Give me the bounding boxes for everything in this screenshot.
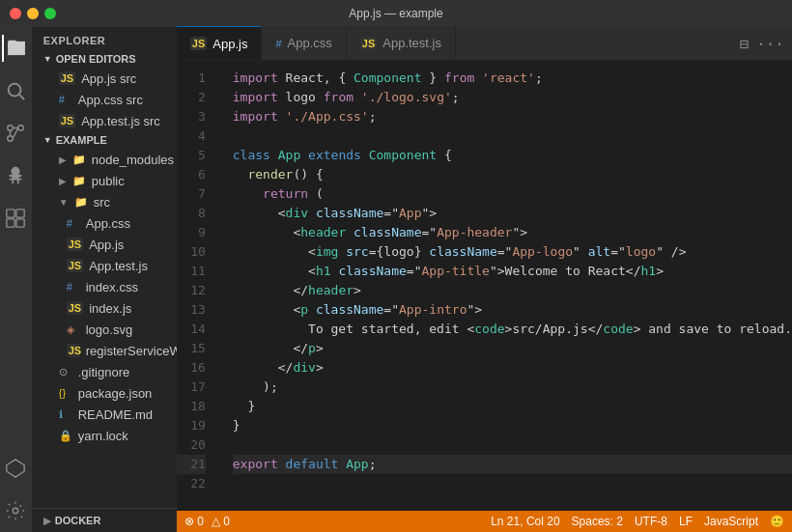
maximize-button[interactable] — [44, 8, 56, 19]
line-numbers: 12345 678910 1112131415 1617181920 2122 — [177, 61, 225, 511]
line-ending[interactable]: LF — [679, 515, 693, 528]
logo-svg-file[interactable]: ◈ logo.svg — [32, 319, 177, 340]
tab-app-css[interactable]: # App.css — [262, 26, 346, 60]
package-json-file[interactable]: {} package.json — [32, 382, 177, 404]
cursor-position[interactable]: Ln 21, Col 20 — [491, 515, 559, 528]
gitignore-file[interactable]: ⊙ .gitignore — [32, 361, 177, 382]
app-css-file[interactable]: # App.css — [32, 212, 177, 234]
index-js-label: index.js — [89, 301, 131, 316]
yarn-lock-file[interactable]: 🔒 yarn.lock — [32, 425, 177, 446]
docker-section: ▶ DOCKER — [32, 508, 177, 532]
tab-app-css-label: App.css — [288, 36, 332, 50]
svg-rect-10 — [16, 219, 24, 227]
split-editor-button[interactable]: ⊟ — [739, 35, 749, 53]
sidebar-item-explorer[interactable] — [2, 35, 29, 62]
traffic-lights — [10, 8, 56, 19]
source-control-icon — [5, 123, 26, 144]
app-test-label: App.test.js — [89, 259, 148, 273]
settings-button[interactable] — [2, 497, 29, 524]
public-folder[interactable]: ▶ 📁 public — [32, 170, 177, 191]
logo-svg-label: logo.svg — [86, 322, 132, 337]
public-folder-icon: 📁 — [72, 175, 86, 187]
status-right: Ln 21, Col 20 Spaces: 2 UTF-8 LF JavaScr… — [491, 515, 784, 528]
minimize-button[interactable] — [27, 8, 39, 19]
node-modules-folder[interactable]: ▶ 📁 node_modules — [32, 149, 177, 170]
svg-point-4 — [18, 126, 24, 131]
svg-rect-9 — [7, 219, 14, 227]
code-line-6: render() { — [233, 165, 792, 184]
public-label: public — [92, 174, 125, 188]
code-line-15: </p> — [233, 339, 792, 358]
tab-app-js[interactable]: JS App.js — [177, 26, 263, 60]
code-line-22 — [233, 474, 792, 493]
app-css-label: App.css — [86, 216, 130, 231]
gear-icon — [5, 500, 26, 521]
search-icon — [5, 80, 26, 101]
node-modules-label: node_modules — [92, 153, 174, 167]
open-editor-appjs[interactable]: JS App.js src — [32, 68, 177, 89]
tab-actions: ⊟ ··· — [739, 27, 784, 60]
index-js-file[interactable]: JS index.js — [32, 297, 177, 319]
js-file-icon: JS — [59, 71, 75, 85]
code-line-4 — [233, 126, 792, 146]
css-icon: # — [67, 217, 80, 229]
gitignore-label: .gitignore — [78, 365, 129, 379]
json-icon: {} — [59, 387, 72, 399]
title-bar: App.js — example — [0, 0, 792, 27]
code-line-19: } — [233, 416, 792, 435]
folder-arrow-icon: ▶ — [59, 154, 67, 165]
index-js-icon: JS — [67, 301, 83, 315]
window-title: App.js — example — [349, 7, 442, 20]
example-folder-header[interactable]: ▼ EXAMPLE — [32, 131, 177, 149]
svg-marker-11 — [7, 460, 24, 477]
sidebar-item-search[interactable] — [2, 77, 29, 104]
yarn-lock-label: yarn.lock — [78, 429, 128, 443]
open-editor-appjs-label: App.js src — [81, 71, 136, 86]
src-label: src — [94, 195, 110, 210]
index-css-icon: # — [67, 281, 80, 293]
folder-arrow-icon: ▶ — [59, 176, 67, 186]
encoding[interactable]: UTF-8 — [635, 515, 667, 528]
code-editor[interactable]: import React, { Component } from 'react'… — [225, 61, 792, 511]
warnings-indicator[interactable]: △ 0 — [212, 515, 230, 528]
svg-point-12 — [14, 508, 19, 514]
code-line-2: import logo from './logo.svg'; — [233, 88, 792, 107]
language-mode[interactable]: JavaScript — [704, 515, 758, 528]
activity-bar-bottom — [2, 455, 29, 532]
files-icon — [6, 38, 27, 59]
index-css-file[interactable]: # index.css — [32, 276, 177, 297]
close-button[interactable] — [10, 8, 21, 19]
svg-point-1 — [9, 84, 21, 97]
tab-app-test[interactable]: JS App.test.js — [347, 26, 456, 60]
tab-bar: JS App.js # App.css JS App.test.js ⊟ ··· — [177, 27, 792, 61]
sidebar-item-debug[interactable] — [2, 162, 29, 189]
tab-app-test-label: App.test.js — [382, 36, 441, 50]
sidebar-item-source-control[interactable] — [2, 120, 29, 147]
open-editor-apptest[interactable]: JS App.test.js src — [32, 110, 177, 131]
open-editors-header[interactable]: ▼ OPEN EDITORS — [32, 50, 177, 68]
errors-indicator[interactable]: ⊗ 0 — [184, 515, 204, 528]
indentation[interactable]: Spaces: 2 — [572, 515, 623, 528]
tab-test-icon: JS — [360, 37, 377, 50]
folder-arrow-icon: ▼ — [59, 197, 69, 208]
more-actions-button[interactable]: ··· — [756, 35, 784, 53]
arrow-icon: ▼ — [43, 135, 52, 145]
gitignore-icon: ⊙ — [59, 366, 72, 378]
readme-file[interactable]: ℹ README.md — [32, 404, 177, 425]
docker-header[interactable]: ▶ DOCKER — [43, 515, 165, 526]
open-editor-appcss[interactable]: # App.css src — [32, 89, 177, 110]
register-service-worker-file[interactable]: JS registerServiceWorker.js — [32, 340, 177, 361]
svg-point-3 — [8, 136, 14, 142]
svg-point-5 — [8, 126, 14, 131]
readme-label: README.md — [78, 407, 153, 422]
app-js-file[interactable]: JS App.js — [32, 234, 177, 255]
css-file-icon: # — [59, 94, 72, 105]
sidebar-item-extensions[interactable] — [2, 205, 29, 232]
index-css-label: index.css — [86, 280, 138, 294]
src-folder[interactable]: ▼ 📁 src — [32, 191, 177, 212]
service-worker-icon: JS — [67, 344, 80, 357]
app-test-file[interactable]: JS App.test.js — [32, 255, 177, 276]
remote-icon[interactable] — [2, 455, 29, 482]
feedback-icon[interactable]: 🙂 — [770, 515, 784, 528]
register-service-worker-label: registerServiceWorker.js — [86, 344, 177, 358]
